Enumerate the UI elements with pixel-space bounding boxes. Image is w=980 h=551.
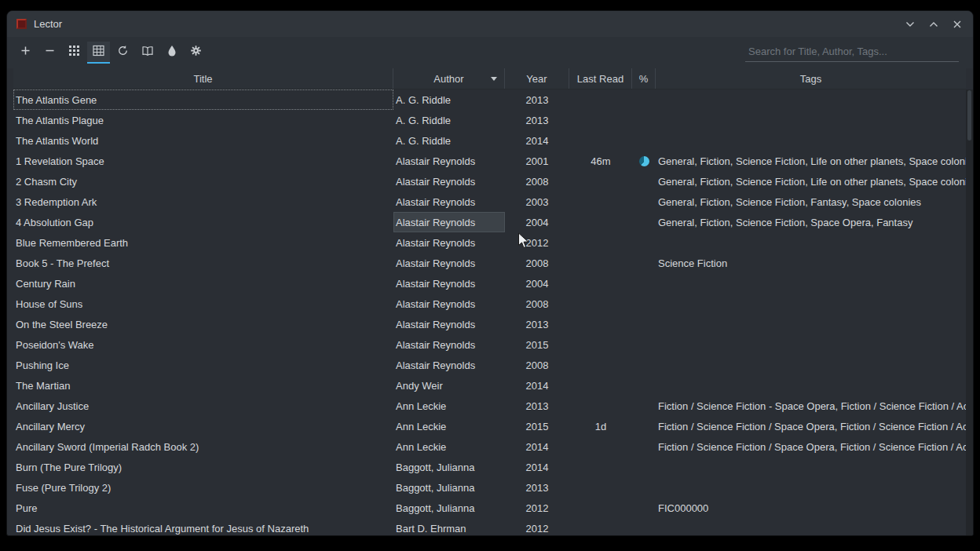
- cell-last-read[interactable]: [569, 375, 632, 396]
- column-header-tags[interactable]: Tags: [656, 68, 966, 89]
- cell-progress[interactable]: [632, 334, 656, 355]
- cell-year[interactable]: 2008: [505, 294, 569, 314]
- column-header-last-read[interactable]: Last Read: [569, 68, 632, 89]
- cell-progress[interactable]: [632, 232, 656, 253]
- cell-author[interactable]: Alastair Reynolds: [393, 171, 505, 192]
- cell-last-read[interactable]: [569, 334, 632, 355]
- cell-last-read[interactable]: [569, 212, 632, 232]
- cell-last-read[interactable]: [569, 396, 632, 416]
- cell-title[interactable]: Ancillary Justice: [13, 396, 393, 416]
- cell-progress[interactable]: [632, 110, 656, 130]
- cell-year[interactable]: 2014: [505, 436, 569, 457]
- table-row[interactable]: Ancillary Sword (Imperial Radch Book 2) …: [13, 436, 966, 457]
- cell-title[interactable]: Century Rain: [13, 273, 393, 294]
- cell-progress[interactable]: [632, 396, 656, 416]
- cell-tags[interactable]: [656, 130, 966, 151]
- cell-tags[interactable]: FIC000000: [656, 498, 966, 518]
- cell-author[interactable]: A. G. Riddle: [393, 110, 505, 130]
- table-row[interactable]: Century Rain Alastair Reynolds 2004: [13, 273, 966, 294]
- cell-title[interactable]: The Atlantis Gene: [13, 89, 393, 110]
- titlebar[interactable]: Lector: [7, 11, 973, 37]
- cell-progress[interactable]: [632, 314, 656, 334]
- cell-year[interactable]: 2001: [505, 151, 569, 171]
- cell-year[interactable]: 2014: [505, 375, 569, 396]
- cell-author[interactable]: Alastair Reynolds: [393, 273, 505, 294]
- cell-author[interactable]: Bart D. Ehrman: [393, 518, 505, 535]
- toolbar-button-cover-view[interactable]: [63, 42, 86, 64]
- cell-progress[interactable]: [632, 253, 656, 273]
- cell-title[interactable]: The Atlantis World: [13, 130, 393, 151]
- cell-progress[interactable]: [632, 518, 656, 535]
- cell-last-read[interactable]: [569, 477, 632, 498]
- cell-title[interactable]: The Atlantis Plague: [13, 110, 393, 130]
- table-row[interactable]: 2 Chasm City Alastair Reynolds 2008 Gene…: [13, 171, 966, 192]
- toolbar-button-remove-book[interactable]: [38, 42, 61, 64]
- cell-author[interactable]: Alastair Reynolds: [393, 151, 505, 171]
- cell-tags[interactable]: [656, 477, 966, 498]
- cell-tags[interactable]: General, Fiction, Science Fiction, Fanta…: [656, 192, 966, 212]
- cell-year[interactable]: 2015: [505, 416, 569, 436]
- cell-progress[interactable]: [632, 375, 656, 396]
- toolbar-button-settings[interactable]: [185, 42, 207, 64]
- cell-author[interactable]: A. G. Riddle: [393, 130, 505, 151]
- maximize-button[interactable]: [927, 18, 940, 31]
- toolbar-button-theme[interactable]: [160, 42, 183, 64]
- cell-last-read[interactable]: [569, 314, 632, 334]
- cell-tags[interactable]: General, Fiction, Science Fiction, Life …: [656, 171, 966, 192]
- table-row[interactable]: Ancillary Mercy Ann Leckie 2015 1d Ficti…: [13, 416, 966, 436]
- cell-tags[interactable]: [656, 294, 966, 314]
- cell-last-read[interactable]: [569, 498, 632, 518]
- table-row[interactable]: 1 Revelation Space Alastair Reynolds 200…: [13, 151, 966, 171]
- cell-tags[interactable]: [656, 334, 966, 355]
- toolbar-button-add-book[interactable]: [14, 42, 37, 64]
- cell-progress[interactable]: [632, 130, 656, 151]
- table-row[interactable]: House of Suns Alastair Reynolds 2008: [13, 294, 966, 314]
- cell-author[interactable]: Alastair Reynolds: [393, 314, 505, 334]
- vertical-scrollbar[interactable]: [966, 89, 973, 535]
- cell-title[interactable]: Book 5 - The Prefect: [13, 253, 393, 273]
- cell-author[interactable]: Baggott, Julianna: [393, 457, 505, 477]
- cell-year[interactable]: 2008: [505, 171, 569, 192]
- cell-year[interactable]: 2012: [505, 232, 569, 253]
- cell-year[interactable]: 2012: [505, 518, 569, 535]
- cell-progress[interactable]: [632, 171, 656, 192]
- cell-tags[interactable]: [656, 518, 966, 535]
- cell-last-read[interactable]: [569, 436, 632, 457]
- cell-year[interactable]: 2013: [505, 110, 569, 130]
- cell-year[interactable]: 2003: [505, 192, 569, 212]
- cell-author[interactable]: Alastair Reynolds: [393, 355, 505, 375]
- cell-year[interactable]: 2004: [505, 212, 569, 232]
- cell-progress[interactable]: [632, 355, 656, 375]
- cell-tags[interactable]: [656, 355, 966, 375]
- cell-author[interactable]: Alastair Reynolds: [393, 232, 505, 253]
- cell-progress[interactable]: [632, 477, 656, 498]
- cell-year[interactable]: 2013: [505, 314, 569, 334]
- table-row[interactable]: On the Steel Breeze Alastair Reynolds 20…: [13, 314, 966, 334]
- table-row[interactable]: The Atlantis Gene A. G. Riddle 2013: [13, 89, 966, 110]
- cell-last-read[interactable]: [569, 355, 632, 375]
- cell-author[interactable]: Ann Leckie: [393, 416, 505, 436]
- cell-year[interactable]: 2012: [505, 498, 569, 518]
- cell-last-read[interactable]: [569, 273, 632, 294]
- cell-title[interactable]: The Martian: [13, 375, 393, 396]
- cell-tags[interactable]: [656, 110, 966, 130]
- cell-year[interactable]: 2013: [505, 89, 569, 110]
- cell-tags[interactable]: [656, 457, 966, 477]
- cell-last-read[interactable]: [569, 192, 632, 212]
- cell-author[interactable]: Alastair Reynolds: [393, 294, 505, 314]
- table-row[interactable]: Book 5 - The Prefect Alastair Reynolds 2…: [13, 253, 966, 273]
- cell-progress[interactable]: [632, 416, 656, 436]
- table-row[interactable]: Blue Remembered Earth Alastair Reynolds …: [13, 232, 966, 253]
- table-row[interactable]: Poseidon's Wake Alastair Reynolds 2015: [13, 334, 966, 355]
- cell-title[interactable]: 4 Absolution Gap: [13, 212, 393, 232]
- column-header-progress[interactable]: %: [632, 68, 656, 89]
- column-header-title[interactable]: Title: [13, 68, 393, 89]
- cell-title[interactable]: Pure: [13, 498, 393, 518]
- table-row[interactable]: Did Jesus Exist? - The Historical Argume…: [13, 518, 966, 535]
- cell-progress[interactable]: [632, 294, 656, 314]
- cell-author[interactable]: Baggott, Julianna: [393, 477, 505, 498]
- cell-progress[interactable]: [632, 212, 656, 232]
- cell-last-read[interactable]: 46m: [569, 151, 632, 171]
- cell-title[interactable]: On the Steel Breeze: [13, 314, 393, 334]
- cell-tags[interactable]: [656, 89, 966, 110]
